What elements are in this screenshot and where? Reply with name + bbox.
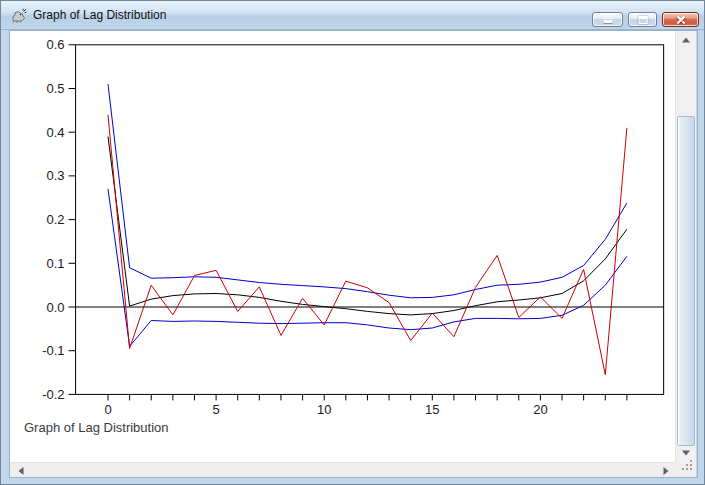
vertical-scrollbar-thumb[interactable] bbox=[677, 116, 695, 446]
scroll-up-button[interactable] bbox=[676, 33, 696, 47]
y-tick-label: -0.1 bbox=[42, 343, 64, 358]
x-tick-label: 20 bbox=[533, 402, 547, 417]
x-tick-label: 15 bbox=[425, 402, 439, 417]
vertical-scrollbar[interactable] bbox=[675, 31, 696, 462]
arrow-down-icon bbox=[682, 451, 690, 456]
arrow-left-icon bbox=[19, 467, 24, 475]
lag-distribution-chart: 0.60.50.40.30.20.10.0-0.1-0.205101520 bbox=[10, 31, 677, 462]
minimize-button[interactable] bbox=[592, 12, 623, 27]
plot-frame bbox=[76, 45, 664, 395]
y-tick-label: 0.6 bbox=[46, 37, 64, 52]
arrow-right-icon bbox=[664, 467, 669, 475]
titlebar: Graph of Lag Distribution bbox=[1, 1, 704, 30]
arrow-up-icon bbox=[682, 38, 690, 43]
resize-grip[interactable] bbox=[681, 458, 694, 476]
chart-caption: Graph of Lag Distribution bbox=[24, 420, 169, 435]
y-tick-label: 0.0 bbox=[46, 300, 64, 315]
scrollbar-corner bbox=[675, 462, 696, 478]
scroll-right-button[interactable] bbox=[657, 464, 675, 478]
x-tick-label: 0 bbox=[104, 402, 111, 417]
graph-window: Graph of Lag Distribution 0.60.50.40.30.… bbox=[0, 0, 705, 485]
series-upper-confidence-band bbox=[108, 84, 627, 298]
caption-buttons bbox=[587, 12, 699, 27]
close-button[interactable] bbox=[662, 12, 699, 27]
app-icon[interactable] bbox=[10, 8, 27, 24]
maximize-button[interactable] bbox=[628, 12, 657, 27]
chart-canvas: 0.60.50.40.30.20.10.0-0.1-0.205101520 Gr… bbox=[10, 31, 677, 462]
x-tick-label: 5 bbox=[212, 402, 219, 417]
window-title: Graph of Lag Distribution bbox=[33, 1, 166, 30]
x-tick-label: 10 bbox=[317, 402, 331, 417]
y-tick-label: 0.3 bbox=[46, 168, 64, 183]
y-tick-label: 0.4 bbox=[46, 125, 64, 140]
y-tick-label: 0.5 bbox=[46, 81, 64, 96]
maximize-icon bbox=[638, 16, 647, 24]
y-tick-label: 0.1 bbox=[46, 256, 64, 271]
horizontal-scrollbar[interactable] bbox=[10, 462, 677, 478]
close-icon bbox=[676, 15, 686, 25]
minimize-icon bbox=[603, 20, 612, 23]
y-tick-label: -0.2 bbox=[42, 387, 64, 402]
series-lag-coefficient-estimates bbox=[108, 115, 627, 375]
series-lower-confidence-band bbox=[108, 189, 627, 346]
y-tick-label: 0.2 bbox=[46, 212, 64, 227]
scroll-left-button[interactable] bbox=[12, 464, 30, 478]
